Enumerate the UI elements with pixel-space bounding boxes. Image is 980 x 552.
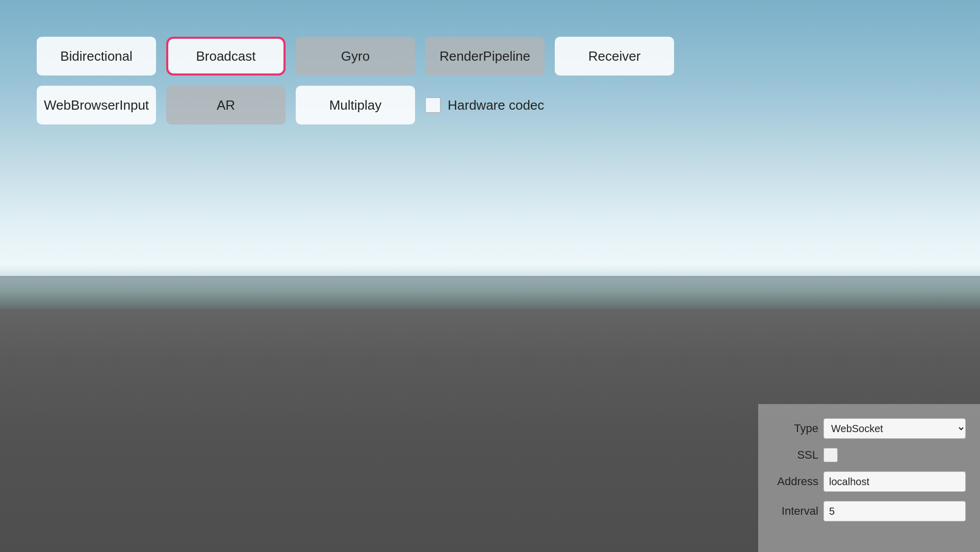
address-label: Address bbox=[772, 475, 818, 488]
ar-button[interactable]: AR bbox=[166, 86, 286, 124]
ssl-label: SSL bbox=[772, 448, 818, 462]
buttons-area: Bidirectional Broadcast Gyro RenderPipel… bbox=[37, 37, 674, 124]
receiver-button[interactable]: Receiver bbox=[555, 37, 674, 76]
renderpipeline-button[interactable]: RenderPipeline bbox=[425, 37, 545, 76]
interval-label: Interval bbox=[772, 505, 818, 518]
hardware-codec-checkbox[interactable] bbox=[425, 97, 441, 113]
hardware-codec-wrapper: Hardware codec bbox=[425, 97, 544, 113]
address-row: Address bbox=[772, 471, 966, 492]
address-input[interactable] bbox=[823, 471, 966, 492]
multiplay-button[interactable]: Multiplay bbox=[296, 86, 415, 124]
bidirectional-button[interactable]: Bidirectional bbox=[37, 37, 156, 76]
broadcast-button[interactable]: Broadcast bbox=[166, 37, 286, 76]
buttons-row-2: WebBrowserInput AR Multiplay Hardware co… bbox=[37, 86, 674, 124]
interval-input[interactable] bbox=[823, 501, 966, 521]
type-select[interactable]: WebSocket SFU WebRTC bbox=[823, 418, 966, 439]
settings-panel: Type WebSocket SFU WebRTC SSL Address In… bbox=[758, 404, 980, 552]
hardware-codec-label: Hardware codec bbox=[448, 97, 544, 113]
gyro-button[interactable]: Gyro bbox=[296, 37, 415, 76]
type-label: Type bbox=[772, 422, 818, 435]
ssl-checkbox[interactable] bbox=[823, 448, 838, 462]
webbrowserinput-button[interactable]: WebBrowserInput bbox=[37, 86, 156, 124]
interval-row: Interval bbox=[772, 501, 966, 521]
buttons-row-1: Bidirectional Broadcast Gyro RenderPipel… bbox=[37, 37, 674, 76]
type-row: Type WebSocket SFU WebRTC bbox=[772, 418, 966, 439]
ssl-row: SSL bbox=[772, 448, 966, 462]
